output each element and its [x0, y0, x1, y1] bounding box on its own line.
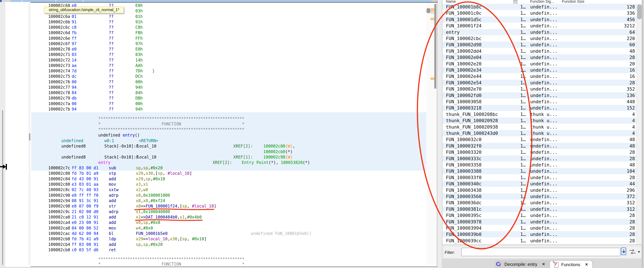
table-row[interactable]: FUN_100002e041…undefin...28 [442, 54, 636, 61]
function-size: 220 [603, 35, 635, 42]
hex-row[interactable]: 100002c73aa??AAh [31, 63, 426, 68]
table-row[interactable]: thunk_FUN_1000209381…thunk u...4 [442, 124, 636, 130]
table-row[interactable]: FUN_100002d981…undefin...60 [442, 42, 636, 48]
instruction-row[interactable]: 100002ca804 00 80 52movw4,#0x0 [31, 225, 426, 231]
bookmark-marker[interactable] [430, 9, 434, 11]
hex-row[interactable]: 100002c6f97??97h [31, 41, 426, 47]
table-row[interactable]: FUN_10000340c1…undefin...44 [442, 181, 636, 187]
instruction-row[interactable]: 100002c98e8 07 00 f9strx8=>FUN_100001f24… [31, 203, 426, 209]
table-row[interactable]: FUN_100002e541…undefin...28 [442, 80, 636, 86]
hex-row[interactable]: 100002c7794??94h [31, 85, 426, 90]
instruction-row[interactable]: 100002c90e8 ff ff f0adrpx8,0x100001000 [31, 193, 426, 198]
ghidra-window: 100002c68e0??E0h100002c6903??03h100002c6… [0, 0, 644, 268]
filter-doc-icon[interactable] [621, 247, 627, 255]
tab-close-icon[interactable]: × [585, 262, 588, 267]
hex-row[interactable]: 100002c7600??00h [31, 79, 426, 85]
dropdown-arrow-icon[interactable] [638, 251, 640, 253]
table-row[interactable]: thunk_FUN_1000243d01…thunk u...4 [442, 130, 636, 136]
hex-row[interactable]: 100002c7884??84h [31, 90, 426, 95]
instruction-row[interactable]: 100002c88e3 03 01 aamovx3,x1 [31, 182, 426, 187]
instruction-row[interactable]: 100002cb8c0 03 5f d6ret [31, 247, 426, 253]
tab-close-icon[interactable]: × [542, 261, 545, 267]
table-row[interactable]: FUN_100002e701…undefin...352 [442, 86, 636, 92]
table-row[interactable]: FUN_100002e201…undefin...20 [442, 61, 636, 67]
hex-row[interactable]: 100002c79db??DBh [31, 95, 426, 101]
instruction-row[interactable]: 100002c84fd 43 00 91addx29,sp,#0x10 [31, 176, 426, 182]
hex-row[interactable]: 100002c7103??03h [31, 52, 426, 57]
table-row[interactable]: FUN_1000033f01…undefin...28 [442, 174, 636, 181]
hex-row[interactable]: 100002c7214??14h [31, 57, 426, 63]
hex-row[interactable]: 100002c7b94??94h [31, 106, 426, 112]
function-size: 44 [603, 181, 635, 187]
table-row[interactable]: FUN_1000034381…undefin...296 [442, 187, 636, 193]
instruction-row[interactable]: 100002cb4ff 83 00 91addsp,sp,#0x20 [31, 242, 426, 247]
table-row[interactable]: FUN_1000033581…undefin...48 [442, 162, 636, 168]
functions-scrollbar-thumb[interactable] [637, 5, 642, 19]
bookmark-marker[interactable] [430, 18, 434, 20]
instruction-row[interactable]: 100002ca4e0 23 00 91addx0,sp,#0x8 [31, 220, 426, 225]
instruction-row[interactable]: 100002ca021 c0 12 91addx1=>DAT_1000484b0… [31, 214, 426, 220]
instruction-row[interactable]: 100002c80fd 7b 01 a9stpx29,x30,[sp, #loc… [31, 171, 426, 176]
margin-thumb[interactable] [426, 8, 430, 13]
table-row[interactable]: FUN_1000030581…undefin...448 [442, 98, 636, 105]
hex-row[interactable]: 100002c6cc8??C8h [31, 25, 426, 30]
tab-decompile[interactable]: C f Decompile: entry × [495, 260, 550, 268]
table-row[interactable]: FUN_100001d5c1…undefin...456 [442, 16, 636, 23]
functions-scrollbar-track[interactable] [636, 4, 642, 245]
hex-row[interactable]: 100002c75dc??DCh [31, 74, 426, 79]
text-span: ?? [109, 101, 114, 106]
operands: w4,#0x0 [136, 225, 153, 231]
hex-row[interactable]: 100002c747d??7Dh} [31, 68, 426, 74]
table-row[interactable]: FUN_100001c0c1…undefin...336 [442, 10, 636, 16]
table-row[interactable]: FUN_100002dd41…undefin...48 [442, 48, 636, 54]
filter-input[interactable] [461, 248, 620, 256]
hex-row[interactable]: 100002c70e0??E0h [31, 47, 426, 52]
table-row[interactable]: FUN_1000039cc1…undefin...28 [442, 238, 636, 244]
table-row[interactable]: thunk_FUN_1000208bc1…thunk u...4 [442, 111, 636, 117]
hex-row[interactable]: 100002c7a00??00h [31, 101, 426, 106]
table-row[interactable]: FUN_100001f241…undefin...3212 [442, 23, 636, 29]
hex-row[interactable]: 100002c6b91??91h [31, 19, 426, 25]
instruction-row[interactable]: 100002c9c21 02 00 d0adrpx1,0x100048000 [31, 209, 426, 214]
table-row[interactable]: FUN_100001b8c1…undefin...128 [442, 4, 636, 10]
instruction-row[interactable]: 100002c7cff 83 00 d1subsp,sp,#0x20 [31, 165, 426, 171]
text-span: 100002c88 [48, 182, 70, 187]
bookmark-marker[interactable] [430, 11, 434, 13]
table-row[interactable]: FUN_1000039781…undefin...28 [442, 219, 636, 225]
table-row[interactable]: FUN_1000032181…undefin...152 [442, 105, 636, 111]
filter-options-icon[interactable] [629, 248, 636, 255]
hex-row[interactable]: 100002c6eff??FFh [31, 36, 426, 41]
table-row[interactable]: FUN_1000033201…undefin...28 [442, 149, 636, 155]
text-span: , [141, 187, 143, 192]
table-row[interactable]: FUN_1000033881…undefin...104 [442, 168, 636, 174]
instruction-row[interactable]: 100002c8c02 7c 40 93sxtwx2,w0 [31, 187, 426, 192]
table-row[interactable]: FUN_100002e341…undefin...16 [442, 67, 636, 73]
text-span: FUN_100003978 [446, 219, 482, 225]
hex-row[interactable]: 100002c6dfb??FBh [31, 30, 426, 36]
table-row[interactable]: FUN_100002fd01…undefin...136 [442, 92, 636, 98]
table-row[interactable]: FUN_1000032c01…undefin...48 [442, 136, 636, 143]
table-row[interactable]: FUN_10000381c1…undefin...312 [442, 206, 636, 212]
table-row[interactable]: entry1…undefin...64 [442, 29, 636, 35]
table-row[interactable]: FUN_1000039b01…undefin...28 [442, 231, 636, 237]
table-row[interactable]: FUN_100002cbc1…undefin...220 [442, 35, 636, 42]
text-span: 1… [520, 54, 526, 61]
instruction-row[interactable]: 100002cac4d 62 00 94blFUN_10001b5e0undef… [31, 231, 426, 236]
hex-row[interactable]: 100002c6a01??01h [31, 14, 426, 19]
table-row[interactable]: FUN_1000036dc1…undefin...312 [442, 200, 636, 206]
listing-scrollbar-thumb[interactable] [434, 4, 436, 89]
instruction-row[interactable]: 100002c9408 91 3c 91addx8,x8,#0xf24 [31, 198, 426, 203]
instruction-row[interactable]: 100002cb0fd 7b 41 a9ldpx29=>local_10,x30… [31, 236, 426, 242]
table-row[interactable]: FUN_1000032f01…undefin...48 [442, 143, 636, 149]
text-span: 100002c7a [48, 101, 70, 106]
table-row[interactable]: FUN_100002e441…undefin...16 [442, 73, 636, 79]
bookmark-marker[interactable] [430, 78, 434, 80]
text-span: 1… [520, 73, 526, 79]
tab-functions[interactable]: ↘ f Functions × [550, 260, 592, 268]
table-row[interactable]: FUN_10000395c1…undefin...28 [442, 212, 636, 218]
text-span: undefined [98, 133, 123, 138]
table-row[interactable]: FUN_10000333c1…undefin...28 [442, 156, 636, 162]
table-row[interactable]: FUN_1000039941…undefin...28 [442, 225, 636, 231]
table-row[interactable]: thunk_FUN_1000209281…thunk u...4 [442, 117, 636, 124]
table-row[interactable]: FUN_1000035601…undefin...372 [442, 193, 636, 200]
